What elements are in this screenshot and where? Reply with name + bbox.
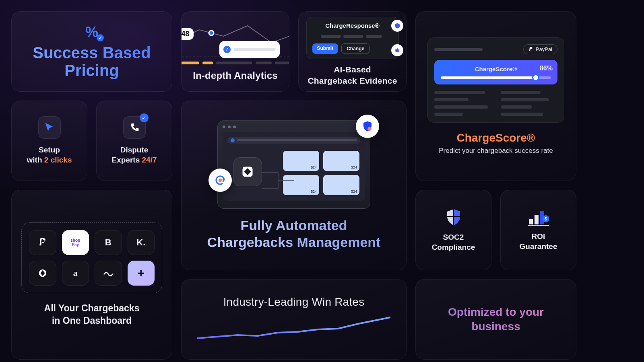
evidence-title-2: Chargeback Evidence [308,75,397,86]
pricing-heading: Success Based Pricing [19,44,165,79]
check-badge-icon: ✓ [97,34,104,41]
chargeresponse-panel: ChargeResponse® Submit Change [306,17,399,59]
check-icon: ✓ [223,46,231,53]
integration-afterpay-icon[interactable] [95,261,122,286]
integration-klarna-icon[interactable]: K. [128,230,155,255]
soc2-card: SOC2Compliance [415,190,491,270]
automated-title-1: Fully Automated [207,217,381,234]
svg-text:$: $ [544,216,547,221]
chargescore-card: PayPal ChargeScore® 86% ChargeScore® Pre… [415,11,576,181]
integration-braintree-icon[interactable]: B [95,230,122,255]
submit-button[interactable]: Submit [312,43,339,54]
integration-paypal-icon[interactable] [29,230,56,255]
evidence-title-1: AI-Based [308,64,397,75]
score-percent: 86% [540,65,553,72]
winrates-sparkline [197,315,390,343]
score-gauge: ChargeScore® 86% [434,60,557,84]
roi-card: $ ROIGuarantee [500,190,576,270]
optimized-card: Optimized to yourbusiness [415,279,576,360]
pricing-card: %✓ Success Based Pricing [11,11,172,92]
svg-point-4 [219,178,222,182]
panel-title: ChargeResponse® [312,22,393,29]
chargescore-heading: ChargeScore® [457,132,535,144]
paypal-pill: PayPal [523,44,557,54]
shield-grid-icon [444,208,463,227]
soc2-l2: Compliance [432,243,475,253]
automated-title-2: Chargebacks Management [207,234,381,251]
automated-card: Fully Automated Chargebacks Management [181,101,407,270]
roi-l2: Guarantee [520,242,557,252]
analytics-title: In-depth Analytics [193,70,278,81]
svg-point-5 [367,127,372,131]
slider-knob[interactable] [532,74,539,81]
analytics-value-badge: 48 [181,28,194,40]
mini-card [323,175,359,195]
change-button[interactable]: Change [341,43,369,54]
add-integration-button[interactable]: + [128,261,155,286]
mini-card [323,151,359,171]
chargescore-sub: Predict your chargeback success rate [439,147,553,155]
basket-icon [391,44,403,56]
percent-icon: %✓ [85,24,98,41]
phone-icon: ✓ [123,116,146,139]
gauge-label: ChargeScore® [441,66,551,72]
setup-line1: Setup [27,145,72,155]
address-bar [227,137,360,144]
integration-shoppay-icon[interactable]: shopPay [62,230,89,255]
browser-mockup [217,120,370,209]
evidence-card: ChargeResponse® Submit Change AI-Based C… [298,11,407,92]
integration-logo-icon[interactable] [29,261,56,286]
experts-line1: Dispute [112,145,157,155]
svg-rect-9 [535,215,539,224]
shield-icon [356,115,379,138]
cursor-icon [38,116,61,139]
integrations-grid: shopPay B K. a + [21,222,162,293]
paypal-icon [528,47,533,52]
hub-icon [233,157,262,186]
check-badge-icon: ✓ [140,113,149,122]
analytics-bars [181,62,289,64]
roi-l1: ROI [520,232,557,242]
chargescore-panel: PayPal ChargeScore® 86% [427,37,564,123]
setup-line2: with 2 clicks [27,155,72,165]
svg-rect-8 [529,219,533,224]
optimized-l2: business [448,319,544,334]
cube-icon [391,20,403,32]
soc2-l1: SOC2 [432,232,475,243]
analytics-card: 48 ✓ In-depth Analytics [181,11,289,92]
experts-line2: Experts 24/7 [112,155,157,165]
integration-logo-icon[interactable]: a [62,261,89,286]
svg-point-1 [209,31,214,35]
integrations-card: shopPay B K. a + All Your Chargebacks in… [11,190,172,360]
analytics-stat-card: ✓ [219,41,280,58]
sync-icon [208,169,232,192]
optimized-l1: Optimized to your [448,305,544,319]
bar-chart-dollar-icon: $ [528,208,549,226]
setup-card: Setup with 2 clicks [11,101,87,181]
lock-icon [231,138,235,142]
winrates-title: Industry-Leading Win Rates [223,296,365,309]
integrations-caption-2: in One Dashboard [44,315,140,327]
experts-card: ✓ Dispute Experts 24/7 [96,101,172,181]
winrates-card: Industry-Leading Win Rates [181,279,407,360]
integrations-caption-1: All Your Chargebacks [44,302,140,315]
